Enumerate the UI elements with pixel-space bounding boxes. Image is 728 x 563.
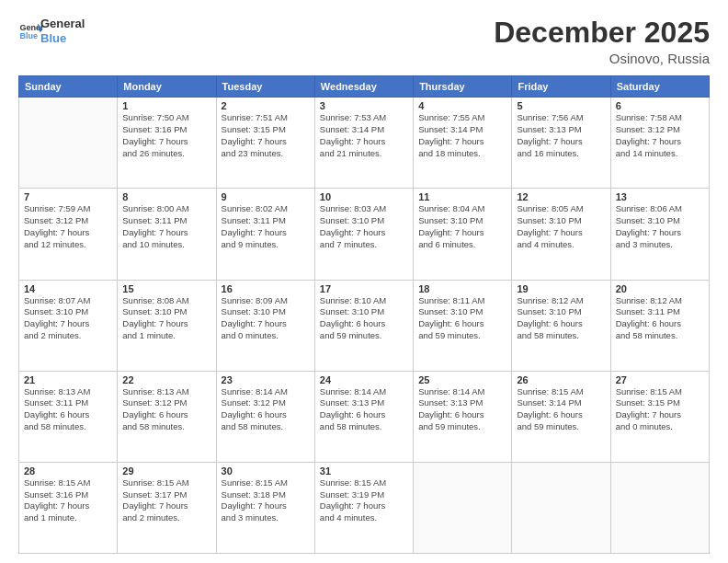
- day-number: 20: [616, 283, 704, 294]
- table-row: 19Sunrise: 8:12 AMSunset: 3:10 PMDayligh…: [512, 280, 610, 371]
- day-info: Sunrise: 8:10 AMSunset: 3:10 PMDaylight:…: [320, 295, 408, 342]
- day-info: Sunrise: 8:03 AMSunset: 3:10 PMDaylight:…: [320, 203, 408, 250]
- day-number: 24: [320, 374, 408, 385]
- day-number: 22: [122, 374, 210, 385]
- day-info: Sunrise: 8:02 AMSunset: 3:11 PMDaylight:…: [222, 203, 310, 250]
- day-info: Sunrise: 8:00 AMSunset: 3:11 PMDaylight:…: [122, 203, 210, 250]
- day-info: Sunrise: 7:58 AMSunset: 3:12 PMDaylight:…: [616, 112, 704, 159]
- header-saturday: Saturday: [610, 76, 709, 98]
- table-row: 9Sunrise: 8:02 AMSunset: 3:11 PMDaylight…: [216, 189, 314, 280]
- header: General Blue General Blue December 2025 …: [18, 17, 710, 66]
- calendar-header-row: Sunday Monday Tuesday Wednesday Thursday…: [19, 76, 710, 98]
- day-number: 31: [320, 465, 408, 477]
- day-number: 18: [418, 283, 506, 294]
- day-info: Sunrise: 8:11 AMSunset: 3:10 PMDaylight:…: [418, 295, 506, 342]
- day-number: 5: [517, 100, 605, 111]
- table-row: [610, 462, 709, 553]
- header-thursday: Thursday: [414, 76, 512, 98]
- table-row: 16Sunrise: 8:09 AMSunset: 3:10 PMDayligh…: [216, 280, 314, 371]
- table-row: 23Sunrise: 8:14 AMSunset: 3:12 PMDayligh…: [216, 371, 314, 462]
- day-number: 11: [418, 191, 506, 202]
- table-row: 1Sunrise: 7:50 AMSunset: 3:16 PMDaylight…: [118, 98, 216, 189]
- table-row: 18Sunrise: 8:11 AMSunset: 3:10 PMDayligh…: [414, 280, 512, 371]
- table-row: 29Sunrise: 8:15 AMSunset: 3:17 PMDayligh…: [118, 462, 216, 553]
- table-row: 30Sunrise: 8:15 AMSunset: 3:18 PMDayligh…: [216, 462, 314, 553]
- calendar-week-row: 14Sunrise: 8:07 AMSunset: 3:10 PMDayligh…: [19, 280, 710, 371]
- day-number: 25: [418, 374, 506, 385]
- table-row: [19, 98, 118, 189]
- day-number: 6: [616, 100, 704, 111]
- header-sunday: Sunday: [19, 76, 118, 98]
- calendar-week-row: 1Sunrise: 7:50 AMSunset: 3:16 PMDaylight…: [19, 98, 710, 189]
- day-info: Sunrise: 8:15 AMSunset: 3:16 PMDaylight:…: [24, 477, 112, 524]
- day-info: Sunrise: 8:15 AMSunset: 3:14 PMDaylight:…: [517, 386, 605, 433]
- day-info: Sunrise: 8:12 AMSunset: 3:11 PMDaylight:…: [616, 295, 704, 342]
- day-info: Sunrise: 8:08 AMSunset: 3:10 PMDaylight:…: [122, 295, 210, 342]
- day-info: Sunrise: 8:15 AMSunset: 3:19 PMDaylight:…: [320, 477, 408, 524]
- day-info: Sunrise: 8:14 AMSunset: 3:13 PMDaylight:…: [320, 386, 408, 433]
- day-info: Sunrise: 8:15 AMSunset: 3:17 PMDaylight:…: [122, 477, 210, 524]
- day-number: 16: [222, 283, 310, 294]
- table-row: 5Sunrise: 7:56 AMSunset: 3:13 PMDaylight…: [512, 98, 610, 189]
- table-row: 14Sunrise: 8:07 AMSunset: 3:10 PMDayligh…: [19, 280, 118, 371]
- day-number: 28: [24, 465, 112, 477]
- day-info: Sunrise: 8:15 AMSunset: 3:18 PMDaylight:…: [222, 477, 310, 524]
- day-info: Sunrise: 7:50 AMSunset: 3:16 PMDaylight:…: [122, 112, 210, 159]
- day-number: 7: [24, 191, 112, 202]
- day-info: Sunrise: 7:55 AMSunset: 3:14 PMDaylight:…: [418, 112, 506, 159]
- day-number: 12: [517, 191, 605, 202]
- table-row: 25Sunrise: 8:14 AMSunset: 3:13 PMDayligh…: [414, 371, 512, 462]
- day-number: 26: [517, 374, 605, 385]
- table-row: 3Sunrise: 7:53 AMSunset: 3:14 PMDaylight…: [314, 98, 413, 189]
- table-row: 31Sunrise: 8:15 AMSunset: 3:19 PMDayligh…: [314, 462, 413, 553]
- day-number: 17: [320, 283, 408, 294]
- day-info: Sunrise: 7:51 AMSunset: 3:15 PMDaylight:…: [222, 112, 310, 159]
- calendar-week-row: 21Sunrise: 8:13 AMSunset: 3:11 PMDayligh…: [19, 371, 710, 462]
- logo: General Blue General Blue: [18, 17, 85, 45]
- day-info: Sunrise: 7:56 AMSunset: 3:13 PMDaylight:…: [517, 112, 605, 159]
- table-row: 22Sunrise: 8:13 AMSunset: 3:12 PMDayligh…: [118, 371, 216, 462]
- day-info: Sunrise: 8:15 AMSunset: 3:15 PMDaylight:…: [616, 386, 704, 433]
- day-number: 14: [24, 283, 112, 294]
- table-row: 24Sunrise: 8:14 AMSunset: 3:13 PMDayligh…: [314, 371, 413, 462]
- main-title: December 2025: [494, 17, 710, 49]
- logo-line1: General: [40, 17, 85, 31]
- day-number: 30: [222, 465, 310, 477]
- header-tuesday: Tuesday: [216, 76, 314, 98]
- day-info: Sunrise: 8:05 AMSunset: 3:10 PMDaylight:…: [517, 203, 605, 250]
- subtitle: Osinovo, Russia: [494, 51, 710, 66]
- header-wednesday: Wednesday: [314, 76, 413, 98]
- day-info: Sunrise: 8:12 AMSunset: 3:10 PMDaylight:…: [517, 295, 605, 342]
- calendar-table: Sunday Monday Tuesday Wednesday Thursday…: [18, 75, 710, 554]
- day-number: 27: [616, 374, 704, 385]
- table-row: 27Sunrise: 8:15 AMSunset: 3:15 PMDayligh…: [610, 371, 709, 462]
- day-info: Sunrise: 8:09 AMSunset: 3:10 PMDaylight:…: [222, 295, 310, 342]
- table-row: 6Sunrise: 7:58 AMSunset: 3:12 PMDaylight…: [610, 98, 709, 189]
- header-monday: Monday: [118, 76, 216, 98]
- day-number: 4: [418, 100, 506, 111]
- table-row: 10Sunrise: 8:03 AMSunset: 3:10 PMDayligh…: [314, 189, 413, 280]
- table-row: 13Sunrise: 8:06 AMSunset: 3:10 PMDayligh…: [610, 189, 709, 280]
- day-number: 13: [616, 191, 704, 202]
- day-number: 15: [122, 283, 210, 294]
- day-number: 21: [24, 374, 112, 385]
- table-row: [414, 462, 512, 553]
- table-row: 7Sunrise: 7:59 AMSunset: 3:12 PMDaylight…: [19, 189, 118, 280]
- table-row: 21Sunrise: 8:13 AMSunset: 3:11 PMDayligh…: [19, 371, 118, 462]
- table-row: 2Sunrise: 7:51 AMSunset: 3:15 PMDaylight…: [216, 98, 314, 189]
- table-row: 8Sunrise: 8:00 AMSunset: 3:11 PMDaylight…: [118, 189, 216, 280]
- day-number: 3: [320, 100, 408, 111]
- day-info: Sunrise: 8:07 AMSunset: 3:10 PMDaylight:…: [24, 295, 112, 342]
- day-info: Sunrise: 8:04 AMSunset: 3:10 PMDaylight:…: [418, 203, 506, 250]
- day-info: Sunrise: 7:59 AMSunset: 3:12 PMDaylight:…: [24, 203, 112, 250]
- table-row: 28Sunrise: 8:15 AMSunset: 3:16 PMDayligh…: [19, 462, 118, 553]
- table-row: 26Sunrise: 8:15 AMSunset: 3:14 PMDayligh…: [512, 371, 610, 462]
- day-number: 10: [320, 191, 408, 202]
- page: General Blue General Blue December 2025 …: [0, 0, 728, 563]
- day-info: Sunrise: 8:14 AMSunset: 3:13 PMDaylight:…: [418, 386, 506, 433]
- table-row: 11Sunrise: 8:04 AMSunset: 3:10 PMDayligh…: [414, 189, 512, 280]
- day-info: Sunrise: 8:13 AMSunset: 3:11 PMDaylight:…: [24, 386, 112, 433]
- day-number: 23: [222, 374, 310, 385]
- table-row: 17Sunrise: 8:10 AMSunset: 3:10 PMDayligh…: [314, 280, 413, 371]
- svg-text:Blue: Blue: [19, 31, 38, 40]
